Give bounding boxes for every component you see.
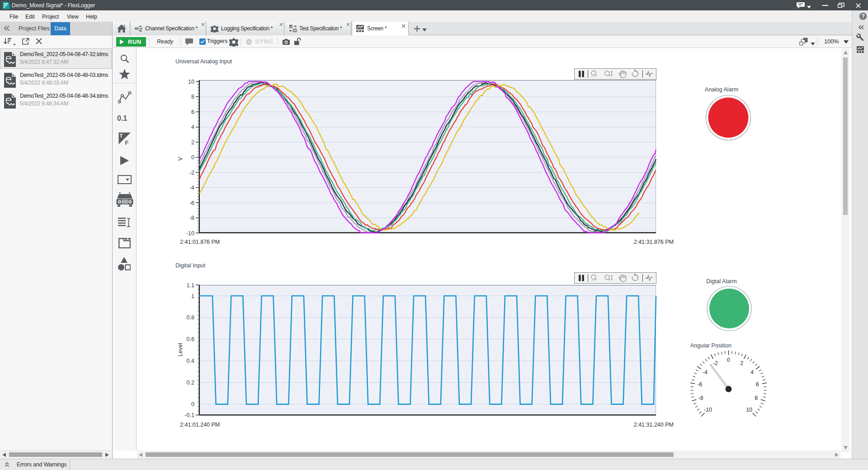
svg-text:-10: -10	[186, 230, 194, 237]
svg-text:-0.1: -0.1	[184, 412, 194, 418]
svg-text:-4: -4	[189, 185, 194, 191]
svg-text:Angular Position: Angular Position	[690, 342, 731, 349]
svg-text:4: 4	[750, 369, 754, 375]
svg-text:-2: -2	[189, 170, 194, 176]
svg-text:Digtal Alarm: Digtal Alarm	[706, 278, 736, 285]
svg-text:?: ?	[861, 13, 865, 19]
svg-text:0.6: 0.6	[187, 336, 194, 342]
svg-text:-2: -2	[713, 360, 718, 366]
svg-text:8: 8	[755, 395, 758, 401]
svg-text:2:41:01.876 PM: 2:41:01.876 PM	[180, 239, 220, 245]
svg-text:2:41:31.876 PM: 2:41:31.876 PM	[634, 239, 674, 245]
svg-text:Level: Level	[177, 343, 184, 356]
svg-text:6: 6	[756, 381, 759, 388]
svg-text:0.4: 0.4	[187, 358, 194, 364]
svg-text:0: 0	[191, 154, 194, 161]
svg-text:1.1: 1.1	[187, 282, 194, 289]
svg-text:Analog Alarm: Analog Alarm	[705, 86, 738, 93]
svg-text:4: 4	[191, 124, 194, 130]
svg-text:0: 0	[727, 357, 730, 363]
svg-text:2:41:31.240 PM: 2:41:31.240 PM	[634, 422, 674, 428]
svg-text:Universal Analog Input: Universal Analog Input	[175, 58, 232, 65]
svg-text:-4: -4	[703, 369, 708, 375]
svg-text:8: 8	[191, 94, 194, 100]
svg-text:1: 1	[191, 293, 194, 299]
svg-text:0.8: 0.8	[187, 314, 194, 321]
svg-text:V: V	[177, 157, 184, 161]
svg-text:10: 10	[746, 407, 752, 413]
svg-text:6: 6	[191, 109, 194, 115]
svg-text:0: 0	[191, 401, 194, 408]
svg-text:-8: -8	[189, 215, 194, 221]
svg-text:-6: -6	[697, 381, 702, 388]
svg-text:T: T	[120, 133, 123, 138]
svg-text:2: 2	[191, 139, 194, 146]
svg-text:-8: -8	[698, 395, 703, 401]
svg-text:F: F	[125, 139, 129, 145]
svg-text:-6: -6	[189, 200, 194, 206]
svg-text:2:41:01.240 PM: 2:41:01.240 PM	[180, 422, 220, 428]
svg-text:-10: -10	[704, 407, 712, 413]
svg-text:2: 2	[740, 360, 743, 366]
svg-text:0.2: 0.2	[187, 380, 194, 386]
svg-text:Digital Input: Digital Input	[175, 262, 206, 269]
svg-text:10: 10	[188, 79, 194, 85]
